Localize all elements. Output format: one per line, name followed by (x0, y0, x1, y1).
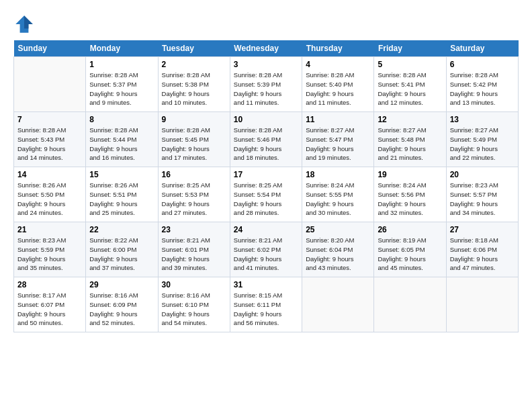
day-info: Sunrise: 8:19 AM Sunset: 6:05 PM Dayligh… (378, 236, 442, 273)
header-cell-friday: Friday (374, 40, 446, 57)
day-number: 13 (450, 115, 515, 124)
day-number: 17 (234, 170, 298, 179)
header (13, 13, 519, 35)
page: SundayMondayTuesdayWednesdayThursdayFrid… (0, 0, 532, 411)
day-number: 4 (306, 60, 370, 69)
day-info: Sunrise: 8:25 AM Sunset: 5:54 PM Dayligh… (234, 181, 298, 218)
day-number: 16 (162, 170, 226, 179)
calendar-cell: 4Sunrise: 8:28 AM Sunset: 5:40 PM Daylig… (302, 57, 374, 112)
day-number: 7 (17, 115, 82, 124)
day-number: 28 (17, 280, 82, 289)
calendar-cell: 5Sunrise: 8:28 AM Sunset: 5:41 PM Daylig… (374, 57, 446, 112)
calendar-cell: 16Sunrise: 8:25 AM Sunset: 5:53 PM Dayli… (158, 167, 230, 222)
header-cell-thursday: Thursday (302, 40, 374, 57)
day-info: Sunrise: 8:17 AM Sunset: 6:07 PM Dayligh… (17, 291, 82, 328)
calendar-cell: 30Sunrise: 8:16 AM Sunset: 6:10 PM Dayli… (158, 277, 230, 332)
day-info: Sunrise: 8:28 AM Sunset: 5:38 PM Dayligh… (162, 71, 226, 107)
day-number: 29 (89, 280, 154, 289)
calendar-cell: 3Sunrise: 8:28 AM Sunset: 5:39 PM Daylig… (230, 57, 302, 112)
day-number: 12 (378, 115, 442, 124)
day-info: Sunrise: 8:27 AM Sunset: 5:48 PM Dayligh… (378, 126, 442, 163)
calendar-cell: 1Sunrise: 8:28 AM Sunset: 5:37 PM Daylig… (86, 57, 158, 112)
day-number: 2 (162, 60, 226, 69)
calendar-cell: 28Sunrise: 8:17 AM Sunset: 6:07 PM Dayli… (14, 277, 86, 332)
day-info: Sunrise: 8:20 AM Sunset: 6:04 PM Dayligh… (306, 236, 370, 273)
day-info: Sunrise: 8:28 AM Sunset: 5:43 PM Dayligh… (17, 126, 82, 163)
calendar-cell: 6Sunrise: 8:28 AM Sunset: 5:42 PM Daylig… (446, 57, 518, 112)
calendar-cell: 2Sunrise: 8:28 AM Sunset: 5:38 PM Daylig… (158, 57, 230, 112)
calendar-cell: 21Sunrise: 8:23 AM Sunset: 5:59 PM Dayli… (14, 222, 86, 277)
logo (13, 13, 38, 35)
calendar-body: 1Sunrise: 8:28 AM Sunset: 5:37 PM Daylig… (14, 57, 519, 332)
day-number: 1 (89, 60, 154, 69)
day-number: 30 (162, 280, 226, 289)
day-info: Sunrise: 8:24 AM Sunset: 5:55 PM Dayligh… (306, 181, 370, 218)
day-info: Sunrise: 8:21 AM Sunset: 6:02 PM Dayligh… (234, 236, 298, 273)
day-info: Sunrise: 8:26 AM Sunset: 5:51 PM Dayligh… (89, 181, 154, 218)
day-info: Sunrise: 8:27 AM Sunset: 5:49 PM Dayligh… (450, 126, 515, 163)
calendar-cell (302, 277, 374, 332)
day-info: Sunrise: 8:16 AM Sunset: 6:10 PM Dayligh… (162, 291, 226, 328)
day-number: 14 (17, 170, 82, 179)
calendar-cell: 13Sunrise: 8:27 AM Sunset: 5:49 PM Dayli… (446, 112, 518, 167)
day-info: Sunrise: 8:25 AM Sunset: 5:53 PM Dayligh… (162, 181, 226, 218)
header-cell-saturday: Saturday (446, 40, 518, 57)
calendar-cell: 27Sunrise: 8:18 AM Sunset: 6:06 PM Dayli… (446, 222, 518, 277)
day-info: Sunrise: 8:28 AM Sunset: 5:41 PM Dayligh… (378, 71, 442, 107)
calendar-cell: 14Sunrise: 8:26 AM Sunset: 5:50 PM Dayli… (14, 167, 86, 222)
calendar-cell: 19Sunrise: 8:24 AM Sunset: 5:56 PM Dayli… (374, 167, 446, 222)
calendar-cell: 17Sunrise: 8:25 AM Sunset: 5:54 PM Dayli… (230, 167, 302, 222)
day-info: Sunrise: 8:16 AM Sunset: 6:09 PM Dayligh… (89, 291, 154, 328)
day-info: Sunrise: 8:22 AM Sunset: 6:00 PM Dayligh… (89, 236, 154, 273)
day-number: 22 (89, 225, 154, 234)
calendar-cell: 18Sunrise: 8:24 AM Sunset: 5:55 PM Dayli… (302, 167, 374, 222)
day-info: Sunrise: 8:28 AM Sunset: 5:45 PM Dayligh… (162, 126, 226, 163)
day-info: Sunrise: 8:27 AM Sunset: 5:47 PM Dayligh… (306, 126, 370, 163)
day-number: 15 (89, 170, 154, 179)
calendar-cell: 25Sunrise: 8:20 AM Sunset: 6:04 PM Dayli… (302, 222, 374, 277)
calendar-cell: 10Sunrise: 8:28 AM Sunset: 5:46 PM Dayli… (230, 112, 302, 167)
calendar-cell: 15Sunrise: 8:26 AM Sunset: 5:51 PM Dayli… (86, 167, 158, 222)
week-row-4: 28Sunrise: 8:17 AM Sunset: 6:07 PM Dayli… (14, 277, 519, 332)
week-row-0: 1Sunrise: 8:28 AM Sunset: 5:37 PM Daylig… (14, 57, 519, 112)
day-number: 8 (89, 115, 154, 124)
day-number: 27 (450, 225, 515, 234)
day-number: 6 (450, 60, 515, 69)
day-number: 19 (378, 170, 442, 179)
day-info: Sunrise: 8:23 AM Sunset: 5:59 PM Dayligh… (17, 236, 82, 273)
calendar-cell (14, 57, 86, 112)
header-cell-wednesday: Wednesday (230, 40, 302, 57)
calendar-cell: 12Sunrise: 8:27 AM Sunset: 5:48 PM Dayli… (374, 112, 446, 167)
header-cell-tuesday: Tuesday (158, 40, 230, 57)
day-number: 5 (378, 60, 442, 69)
calendar-cell: 26Sunrise: 8:19 AM Sunset: 6:05 PM Dayli… (374, 222, 446, 277)
day-number: 26 (378, 225, 442, 234)
day-info: Sunrise: 8:24 AM Sunset: 5:56 PM Dayligh… (378, 181, 442, 218)
calendar-header-row: SundayMondayTuesdayWednesdayThursdayFrid… (14, 40, 519, 57)
day-number: 24 (234, 225, 298, 234)
day-info: Sunrise: 8:15 AM Sunset: 6:11 PM Dayligh… (234, 291, 298, 328)
calendar-cell: 9Sunrise: 8:28 AM Sunset: 5:45 PM Daylig… (158, 112, 230, 167)
day-info: Sunrise: 8:18 AM Sunset: 6:06 PM Dayligh… (450, 236, 515, 273)
day-number: 11 (306, 115, 370, 124)
day-number: 10 (234, 115, 298, 124)
calendar-cell (446, 277, 518, 332)
calendar-cell: 23Sunrise: 8:21 AM Sunset: 6:01 PM Dayli… (158, 222, 230, 277)
day-info: Sunrise: 8:28 AM Sunset: 5:40 PM Dayligh… (306, 71, 370, 107)
header-cell-sunday: Sunday (14, 40, 86, 57)
calendar-cell: 11Sunrise: 8:27 AM Sunset: 5:47 PM Dayli… (302, 112, 374, 167)
calendar-table: SundayMondayTuesdayWednesdayThursdayFrid… (13, 40, 519, 332)
day-number: 25 (306, 225, 370, 234)
header-cell-monday: Monday (86, 40, 158, 57)
day-info: Sunrise: 8:28 AM Sunset: 5:42 PM Dayligh… (450, 71, 515, 107)
day-info: Sunrise: 8:21 AM Sunset: 6:01 PM Dayligh… (162, 236, 226, 273)
day-number: 3 (234, 60, 298, 69)
day-info: Sunrise: 8:28 AM Sunset: 5:37 PM Dayligh… (89, 71, 154, 107)
calendar-cell: 24Sunrise: 8:21 AM Sunset: 6:02 PM Dayli… (230, 222, 302, 277)
calendar-cell (374, 277, 446, 332)
week-row-2: 14Sunrise: 8:26 AM Sunset: 5:50 PM Dayli… (14, 167, 519, 222)
day-info: Sunrise: 8:28 AM Sunset: 5:46 PM Dayligh… (234, 126, 298, 163)
day-info: Sunrise: 8:28 AM Sunset: 5:39 PM Dayligh… (234, 71, 298, 107)
day-number: 31 (234, 280, 298, 289)
day-number: 20 (450, 170, 515, 179)
